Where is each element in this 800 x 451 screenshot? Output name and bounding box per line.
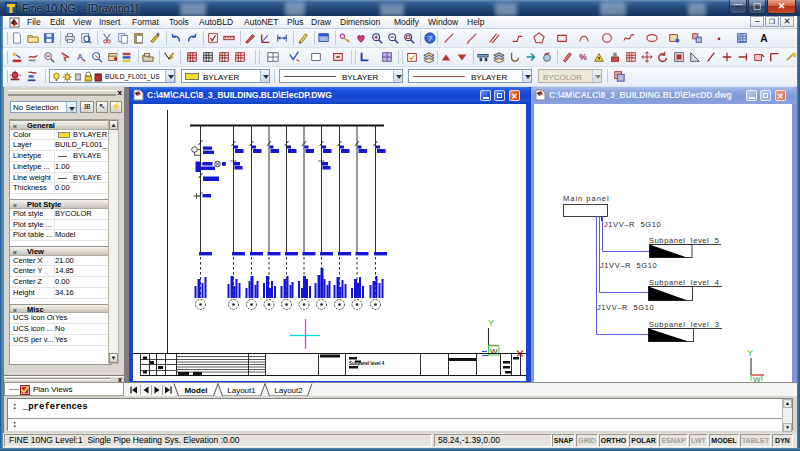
svg-text:Layout1: Layout1 (227, 386, 256, 395)
svg-text:J1VV–R 5G10: J1VV–R 5G10 (597, 303, 654, 312)
svg-text:W: W (490, 347, 498, 356)
svg-text:J1VV–R 5G10: J1VV–R 5G10 (604, 220, 661, 229)
svg-text:Y: Y (747, 348, 753, 358)
svg-text:Model: Model (184, 386, 207, 395)
svg-text:Subpanel level 4: Subpanel level 4 (349, 361, 385, 366)
svg-text:A: A (760, 33, 768, 44)
svg-text:?: ? (428, 34, 432, 43)
svg-text:W: W (753, 375, 761, 382)
svg-text:Subpanel level 3: Subpanel level 3 (649, 320, 719, 329)
svg-text:Layout2: Layout2 (274, 386, 303, 395)
svg-text:A: A (77, 52, 83, 62)
svg-text:Subpanel level 5: Subpanel level 5 (649, 236, 719, 245)
svg-text:Main panel: Main panel (563, 194, 610, 203)
svg-text:Y: Y (488, 318, 494, 328)
svg-text:J1VV–R 5G10: J1VV–R 5G10 (600, 261, 657, 270)
svg-text:%: % (579, 52, 587, 62)
svg-text:Subpanel level 4: Subpanel level 4 (649, 278, 719, 287)
